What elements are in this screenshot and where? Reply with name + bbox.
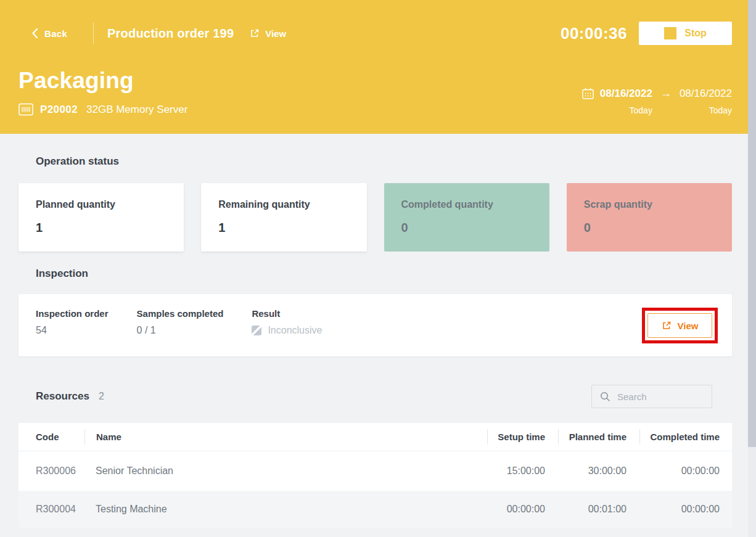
stop-label: Stop [684, 28, 707, 39]
cell-setup-time: 00:00:00 [487, 504, 558, 515]
scrollbar-track[interactable] [748, 0, 756, 537]
start-date-hint: Today [630, 105, 652, 115]
cell-code: R300004 [18, 504, 84, 515]
cell-setup-time: 15:00:00 [487, 465, 558, 477]
annotation-highlight: View [642, 308, 718, 343]
status-cards: Planned quantity 1 Remaining quantity 1 … [18, 183, 732, 252]
production-order-view-link[interactable]: View [250, 28, 286, 39]
start-date-cell: 08/16/2022 [582, 88, 652, 100]
external-link-icon [662, 321, 672, 330]
calendar-icon [582, 88, 594, 99]
result-text: Inconclusive [268, 325, 322, 336]
cell-name: Senior Technician [84, 465, 487, 477]
stop-button[interactable]: Stop [639, 22, 732, 45]
external-link-icon [250, 28, 260, 38]
inspection-view-button[interactable]: View [647, 313, 712, 338]
inconclusive-status-icon [252, 326, 261, 335]
inspection-order-label: Inspection order [36, 308, 109, 319]
back-label: Back [44, 28, 67, 39]
operation-status-heading: Operation status [36, 134, 732, 168]
samples-completed-label: Samples completed [137, 308, 224, 319]
cell-name: Testing Machine [84, 504, 487, 515]
cell-code: R300006 [18, 465, 84, 477]
resources-header: Resources 2 [18, 385, 732, 408]
card-label: Remaining quantity [218, 199, 349, 210]
scrollbar-thumb[interactable] [748, 0, 756, 447]
inspection-order-value: 54 [36, 325, 109, 336]
table-row[interactable]: R300004 Testing Machine 00:00:00 00:01:0… [18, 491, 732, 528]
app-root: Back Production order 199 View 00:00:36 … [0, 0, 748, 537]
card-value: 0 [401, 221, 532, 235]
package-box-icon [18, 103, 33, 116]
inspection-heading: Inspection [36, 252, 732, 280]
resources-count-badge: 2 [99, 391, 104, 402]
card-value: 1 [218, 221, 349, 235]
completed-quantity-card: Completed quantity 0 [384, 183, 549, 252]
card-label: Completed quantity [401, 199, 532, 210]
column-header-completed-time: Completed time [639, 429, 732, 445]
production-order-title: Production order 199 [107, 27, 234, 41]
topbar-row: Back Production order 199 View 00:00:36 … [18, 0, 732, 45]
scrap-quantity-card: Scrap quantity 0 [567, 183, 732, 252]
table-header-row: Code Name Setup time Planned time Comple… [18, 423, 732, 451]
column-header-setup-time: Setup time [487, 429, 558, 445]
search-box [591, 385, 712, 408]
card-label: Planned quantity [36, 199, 166, 210]
operation-timer: 00:00:36 [561, 24, 627, 43]
result-value: Inconclusive [252, 325, 322, 336]
operation-header: Back Production order 199 View 00:00:36 … [0, 0, 748, 134]
operation-dates: 08/16/2022 → 08/16/2022 Today Today [582, 87, 732, 115]
card-label: Scrap quantity [584, 199, 715, 210]
end-date: 08/16/2022 [680, 88, 732, 100]
product-code: P20002 [40, 104, 78, 116]
product-name: 32GB Memory Server [86, 104, 187, 116]
inspection-panel: Inspection order 54 Samples completed 0 … [18, 294, 732, 356]
end-date-hint: Today [709, 105, 732, 115]
cell-planned-time: 00:01:00 [558, 504, 639, 515]
inspection-view-label: View [678, 321, 699, 331]
start-date: 08/16/2022 [600, 88, 652, 100]
cell-completed-time: 00:00:00 [639, 465, 732, 477]
samples-completed-value: 0 / 1 [137, 325, 224, 336]
cell-completed-time: 00:00:00 [639, 504, 732, 515]
card-value: 0 [584, 221, 715, 235]
planned-quantity-card: Planned quantity 1 [18, 183, 184, 252]
resources-heading: Resources [36, 390, 89, 403]
topbar-divider [93, 22, 94, 44]
column-header-code: Code [18, 432, 84, 442]
table-row[interactable]: R300006 Senior Technician 15:00:00 30:00… [18, 451, 732, 491]
inspection-order-field: Inspection order 54 [36, 308, 109, 356]
chevron-left-icon [32, 28, 38, 38]
stop-icon [664, 27, 676, 39]
remaining-quantity-card: Remaining quantity 1 [201, 183, 366, 252]
resources-table: Code Name Setup time Planned time Comple… [18, 423, 732, 528]
cell-planned-time: 30:00:00 [558, 465, 639, 477]
resources-title-wrap: Resources 2 [36, 390, 104, 403]
date-arrow: → [660, 87, 672, 100]
card-value: 1 [36, 221, 166, 235]
main-content: Operation status Planned quantity 1 Rema… [0, 134, 748, 528]
result-field: Result Inconclusive [252, 308, 322, 356]
back-button[interactable]: Back [32, 28, 67, 39]
column-header-planned-time: Planned time [558, 429, 639, 445]
view-label: View [265, 28, 286, 39]
column-header-name: Name [84, 429, 487, 445]
samples-completed-field: Samples completed 0 / 1 [137, 308, 224, 356]
result-label: Result [252, 308, 322, 319]
